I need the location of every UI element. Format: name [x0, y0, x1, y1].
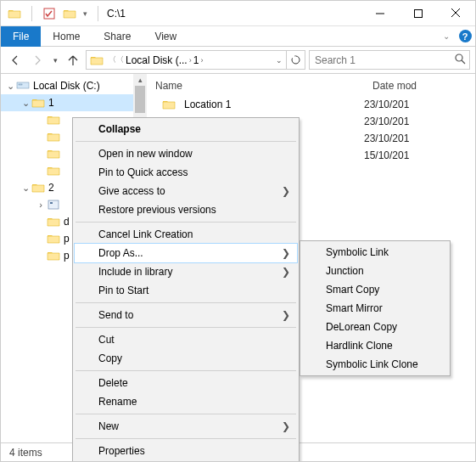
- svg-line-6: [462, 60, 465, 64]
- folder-icon: [47, 233, 60, 245]
- menu-separator: [76, 414, 296, 414]
- menu-item[interactable]: Cancel Link Creation: [75, 225, 297, 244]
- column-name[interactable]: Name: [147, 80, 364, 92]
- submenu-drop-as: Symbolic LinkJunctionSmart CopySmart Mir…: [300, 240, 451, 376]
- menu-label: Give access to: [98, 185, 165, 197]
- scroll-up-icon[interactable]: ▴: [133, 74, 147, 86]
- list-header[interactable]: Name Date mod: [147, 76, 475, 96]
- menu-item[interactable]: Give access to❯: [75, 182, 297, 200]
- expand-icon[interactable]: ⌄: [20, 98, 31, 109]
- tree-item-root[interactable]: ⌄ Local Disk (C:): [1, 77, 147, 94]
- menu-item[interactable]: Properties: [75, 442, 297, 460]
- tree-label: Local Disk (C:): [33, 80, 100, 92]
- chevron-right-icon[interactable]: ›: [188, 56, 193, 65]
- new-folder-qat-icon[interactable]: [63, 7, 76, 20]
- tree-label: 2: [48, 182, 54, 194]
- window-title: C:\1: [102, 8, 126, 20]
- breadcrumb[interactable]: 〈〈 Local Disk (... › 1 › ⌄: [86, 50, 305, 70]
- up-button[interactable]: [64, 51, 82, 70]
- search-icon[interactable]: [454, 53, 466, 67]
- folder-icon: [162, 99, 176, 110]
- svg-rect-7: [17, 82, 29, 88]
- submenu-arrow-icon: ❯: [282, 420, 290, 432]
- menu-label: Hardlink Clone: [326, 340, 393, 352]
- menu-label: Smart Copy: [326, 284, 379, 296]
- folder-icon: [47, 199, 60, 211]
- maximize-button[interactable]: [399, 1, 437, 26]
- menu-item[interactable]: Collapse: [75, 120, 297, 138]
- svg-point-5: [456, 54, 462, 61]
- menu-label: Pin to Start: [98, 285, 148, 296]
- tab-home[interactable]: Home: [41, 26, 92, 47]
- expand-icon[interactable]: ⌄: [20, 183, 31, 194]
- folder-icon: [31, 97, 45, 109]
- file-tab[interactable]: File: [1, 26, 41, 47]
- file-date: 23/10/201: [364, 116, 409, 127]
- menu-label: Rename: [98, 396, 137, 408]
- menu-item[interactable]: Pin to Quick access: [75, 163, 297, 182]
- menu-item[interactable]: DeLorean Copy: [302, 318, 448, 336]
- menu-label: Cut: [98, 334, 115, 346]
- menu-label: Smart Mirror: [326, 302, 383, 314]
- minimize-button[interactable]: [361, 1, 399, 26]
- menu-item[interactable]: Pin to Start: [75, 281, 297, 300]
- column-date[interactable]: Date mod: [364, 80, 475, 92]
- tree-label: 1: [48, 97, 54, 109]
- scroll-thumb[interactable]: [135, 86, 145, 113]
- menu-item[interactable]: Delete: [75, 374, 297, 392]
- menu-item[interactable]: New❯: [75, 417, 297, 436]
- help-button[interactable]: ?: [455, 30, 475, 42]
- menu-label: Symbolic Link: [326, 246, 389, 258]
- menu-item[interactable]: Junction: [302, 262, 448, 280]
- menu-item[interactable]: Hardlink Clone: [302, 336, 448, 355]
- close-button[interactable]: [437, 1, 475, 26]
- titlebar: ▾ C:\1: [1, 1, 475, 26]
- menu-item[interactable]: Drop As...❯: [75, 244, 297, 262]
- menu-item[interactable]: Symbolic Link: [302, 243, 448, 262]
- menu-label: New: [98, 420, 119, 432]
- breadcrumb-segment[interactable]: Local Disk (...: [126, 54, 188, 66]
- tree-label: p: [64, 250, 70, 262]
- menu-label: DeLorean Copy: [326, 321, 397, 333]
- breadcrumb-dropdown-icon[interactable]: ⌄: [272, 56, 286, 65]
- submenu-arrow-icon: ❯: [282, 185, 290, 197]
- search-field[interactable]: [313, 54, 454, 67]
- forward-button[interactable]: [28, 51, 47, 70]
- menu-label: Pin to Quick access: [98, 166, 188, 178]
- menu-item[interactable]: Include in library❯: [75, 262, 297, 281]
- tree-item[interactable]: ⌄1: [1, 94, 147, 111]
- menu-item[interactable]: Restore previous versions: [75, 200, 297, 219]
- ribbon: File Home Share View ⌄ ?: [1, 26, 475, 47]
- chevron-right-icon[interactable]: 〈〈: [107, 54, 126, 65]
- menu-item[interactable]: Cut: [75, 330, 297, 349]
- qat-dropdown-icon[interactable]: ▾: [83, 9, 87, 18]
- folder-icon: [47, 216, 60, 228]
- ribbon-collapse-icon[interactable]: ⌄: [438, 31, 455, 41]
- menu-item[interactable]: Smart Copy: [302, 280, 448, 299]
- menu-item[interactable]: Rename: [75, 392, 297, 411]
- menu-separator: [76, 302, 296, 303]
- menu-label: Delete: [98, 377, 128, 389]
- chevron-right-icon[interactable]: ›: [199, 56, 204, 65]
- list-item[interactable]: Location 123/10/201: [147, 96, 475, 113]
- folder-icon: [47, 165, 60, 177]
- menu-item[interactable]: Symbolic Link Clone: [302, 355, 448, 374]
- tab-share[interactable]: Share: [92, 26, 143, 47]
- history-dropdown-icon[interactable]: ▾: [50, 51, 60, 70]
- menu-item[interactable]: Send to❯: [75, 306, 297, 324]
- properties-qat-icon[interactable]: [42, 7, 56, 20]
- tab-view[interactable]: View: [143, 26, 188, 47]
- menu-label: Collapse: [98, 123, 141, 135]
- breadcrumb-segment[interactable]: 1: [193, 54, 199, 66]
- menu-separator: [76, 222, 296, 223]
- menu-item[interactable]: Open in new window: [75, 144, 297, 163]
- menu-item[interactable]: Smart Mirror: [302, 299, 448, 318]
- expand-icon[interactable]: ›: [35, 200, 47, 210]
- file-name: Location 1: [184, 99, 231, 110]
- collapse-icon[interactable]: ⌄: [4, 81, 16, 92]
- menu-item[interactable]: Copy: [75, 349, 297, 368]
- search-input[interactable]: [309, 50, 470, 70]
- back-button[interactable]: [6, 51, 25, 70]
- refresh-button[interactable]: [286, 51, 305, 69]
- svg-rect-9: [48, 200, 59, 209]
